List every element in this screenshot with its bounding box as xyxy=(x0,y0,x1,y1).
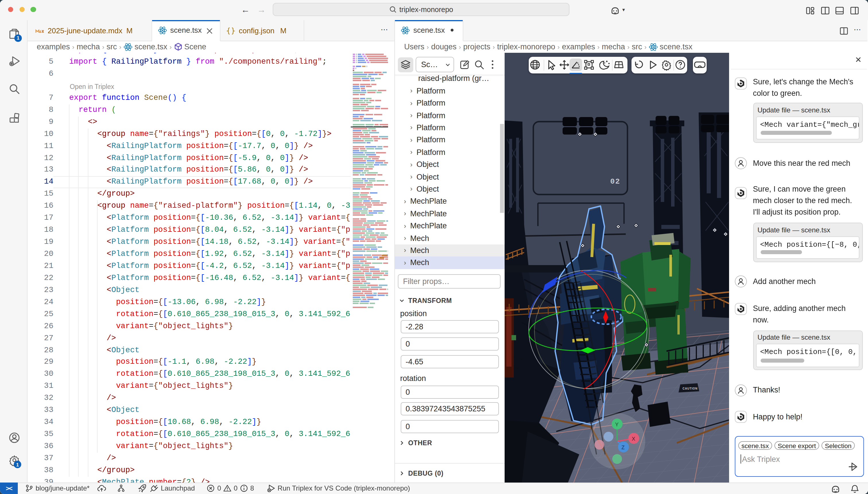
svg-text:Y: Y xyxy=(615,422,618,428)
svg-text:CAUTION: CAUTION xyxy=(683,387,698,390)
svg-text:Z: Z xyxy=(622,445,625,450)
svg-text:X: X xyxy=(632,436,635,442)
svg-text:02: 02 xyxy=(610,177,620,186)
